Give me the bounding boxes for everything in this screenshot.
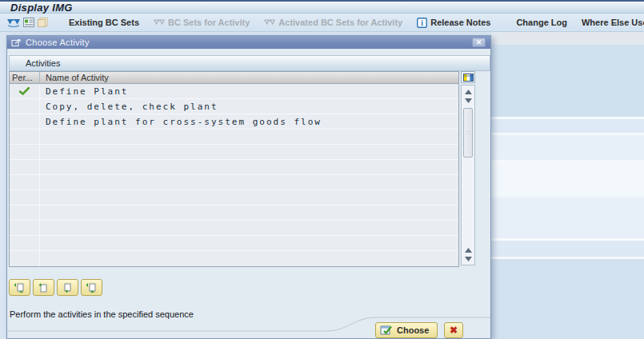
activated-bc-sets-label: Activated BC Sets for Activity xyxy=(278,18,402,27)
activity-table: Per... Name of Activity Define PlantCopy… xyxy=(9,71,459,267)
activity-name-cell xyxy=(40,205,458,220)
table-row[interactable] xyxy=(10,190,458,205)
performed-cell xyxy=(10,251,40,266)
column-header-performed[interactable]: Per... xyxy=(10,72,40,83)
performed-cell xyxy=(10,114,40,129)
table-row[interactable] xyxy=(10,145,458,160)
doc-arrows-updown-button[interactable] xyxy=(9,279,30,296)
display-glasses-icon[interactable] xyxy=(6,15,21,30)
scroll-down-icon[interactable] xyxy=(462,254,474,263)
table-settings-icon xyxy=(463,74,474,82)
page-title: Display IMG xyxy=(10,2,73,14)
performed-cell xyxy=(10,236,40,250)
performed-cell xyxy=(10,130,40,144)
existing-bc-sets-button[interactable]: Existing BC Sets xyxy=(62,14,146,30)
activity-name-cell xyxy=(40,251,458,266)
doc-arrow-down-icon xyxy=(62,282,74,293)
performed-cell xyxy=(10,221,40,235)
table-row[interactable]: Define plant for cross-system goods flow xyxy=(10,114,458,130)
cancel-button[interactable]: ✖ xyxy=(444,322,463,338)
background-rows xyxy=(491,32,644,339)
where-else-used-button[interactable]: Where Else Used xyxy=(574,14,644,30)
activity-name-cell xyxy=(40,221,458,235)
table-row[interactable] xyxy=(10,205,458,221)
activity-name-cell xyxy=(40,130,458,144)
choose-activity-dialog: Choose Activity ✕ Activities Per... Name… xyxy=(6,35,491,339)
performed-cell xyxy=(10,84,40,98)
activity-name-cell: Copy, delete, check plant xyxy=(40,99,458,114)
performed-cell xyxy=(10,160,40,174)
scroll-up-icon[interactable] xyxy=(462,87,474,96)
where-else-used-label: Where Else Used xyxy=(582,18,644,27)
table-header-row: Per... Name of Activity xyxy=(10,72,458,84)
application-toolbar: Existing BC Sets BC Sets for Activity Ac… xyxy=(0,14,644,32)
doc-arrows-cycle-icon xyxy=(86,282,98,293)
table-settings-button[interactable] xyxy=(461,71,475,83)
existing-bc-sets-label: Existing BC Sets xyxy=(69,18,139,27)
activity-name-cell xyxy=(40,160,458,174)
copy-disabled-icon[interactable] xyxy=(37,15,49,30)
choose-button[interactable]: Choose xyxy=(375,322,438,338)
activity-rows: Define PlantCopy, delete, check plantDef… xyxy=(10,84,458,266)
table-row[interactable] xyxy=(10,130,458,145)
choose-check-icon xyxy=(380,325,393,336)
change-log-label: Change Log xyxy=(516,18,567,27)
performed-check-icon xyxy=(19,87,30,95)
window-title-bar: Display IMG xyxy=(0,0,644,14)
table-row[interactable] xyxy=(10,160,458,175)
vertical-scrollbar[interactable]: :: xyxy=(461,85,475,265)
doc-arrows-cycle-button[interactable] xyxy=(81,279,102,296)
dialog-title: Choose Activity xyxy=(26,38,90,47)
table-row[interactable] xyxy=(10,251,458,266)
scroll-up-icon[interactable] xyxy=(462,245,474,254)
table-row[interactable] xyxy=(10,175,458,190)
performed-cell xyxy=(10,145,40,159)
activity-name-cell: Define plant for cross-system goods flow xyxy=(40,114,458,129)
cancel-x-icon: ✖ xyxy=(450,325,458,336)
activity-name-cell xyxy=(40,236,458,250)
bc-sets-for-activity-label: BC Sets for Activity xyxy=(168,18,250,27)
doc-arrow-up-icon xyxy=(38,282,50,293)
doc-arrows-updown-icon xyxy=(14,282,26,293)
activities-section-header: Activities xyxy=(9,55,490,71)
choose-label: Choose xyxy=(397,325,429,335)
activity-name-cell xyxy=(40,175,458,189)
table-row[interactable] xyxy=(10,236,458,251)
activated-bc-sets-button[interactable]: Activated BC Sets for Activity xyxy=(257,14,410,30)
thumb-grip-icon: :: xyxy=(466,131,470,134)
svg-text:i: i xyxy=(421,19,423,27)
info-icon: i xyxy=(417,18,427,28)
close-icon[interactable]: ✕ xyxy=(472,38,486,47)
bc-sets-for-activity-button[interactable]: BC Sets for Activity xyxy=(146,14,257,30)
release-notes-label: Release Notes xyxy=(430,18,490,27)
dialog-window-icon xyxy=(11,38,22,47)
scroll-down-icon[interactable] xyxy=(462,96,474,105)
release-notes-button[interactable]: i Release Notes xyxy=(410,14,498,30)
activity-name-cell: Define Plant xyxy=(40,84,458,98)
glasses-icon xyxy=(154,19,165,26)
doc-arrow-up-button[interactable] xyxy=(33,279,54,296)
activity-name-cell xyxy=(40,190,458,205)
table-row[interactable]: Define Plant xyxy=(10,84,458,99)
table-row[interactable]: Copy, delete, check plant xyxy=(10,99,458,114)
sap-gui-screen: Display IMG xyxy=(0,0,644,339)
activity-name-cell xyxy=(40,145,458,159)
column-header-name[interactable]: Name of Activity xyxy=(40,72,458,83)
performed-cell xyxy=(10,175,40,189)
performed-cell xyxy=(10,190,40,205)
doc-arrow-down-button[interactable] xyxy=(57,279,78,296)
performed-cell xyxy=(10,99,40,114)
bc-set-list-icon[interactable] xyxy=(22,15,35,30)
performed-cell xyxy=(10,205,40,220)
activities-label: Activities xyxy=(26,58,60,68)
legend-buttons xyxy=(9,279,102,296)
change-log-button[interactable]: Change Log xyxy=(509,14,574,30)
glasses-icon xyxy=(264,19,275,26)
scrollbar-thumb[interactable]: :: xyxy=(463,108,473,158)
dialog-title-bar: Choose Activity ✕ xyxy=(7,36,490,49)
table-row[interactable] xyxy=(10,221,458,236)
